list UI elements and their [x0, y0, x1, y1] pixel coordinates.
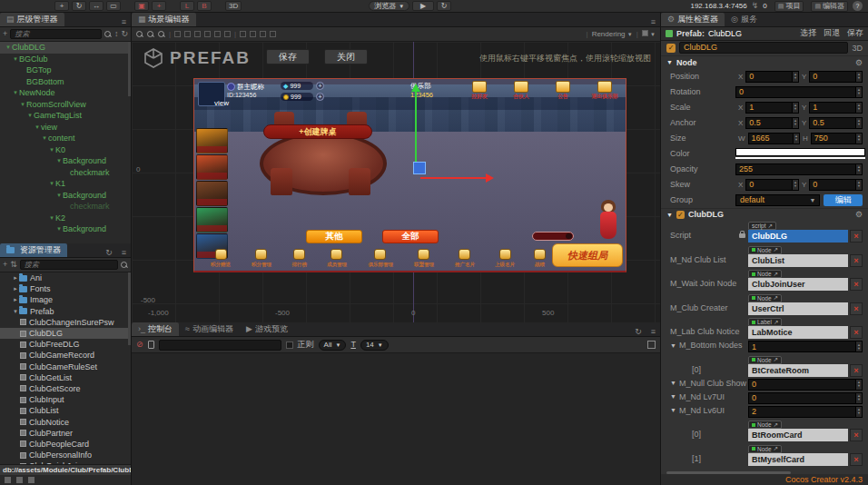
reference-field[interactable]: ClubDLG — [748, 230, 848, 242]
asset-item[interactable]: ClubGameRecord — [0, 350, 131, 361]
local-gizmo-button[interactable]: L — [180, 1, 194, 11]
asset-item[interactable]: ClubGetList — [0, 372, 131, 383]
tree-expand-arrow[interactable]: ▾ — [12, 55, 19, 63]
asset-item[interactable]: ClubPartner — [0, 428, 131, 439]
remove-reference-button[interactable]: × — [850, 326, 863, 339]
stepper[interactable]: ▲▼ — [855, 118, 862, 128]
reference-field[interactable]: BtRoomCard — [748, 429, 848, 441]
collapse-arrow[interactable]: ▼ — [670, 342, 676, 349]
assets-scrollbar[interactable] — [128, 272, 131, 345]
tab-animation-editor[interactable]: ≈ 动画编辑器 — [179, 322, 240, 336]
stepper[interactable]: ▲▼ — [855, 72, 862, 82]
tab-services[interactable]: ◎ 服务 — [725, 13, 764, 26]
tree-expand-arrow[interactable]: ▾ — [55, 157, 63, 164]
hierarchy-node[interactable]: ▾view — [0, 122, 131, 134]
node-active-checkbox[interactable]: ✓ — [666, 44, 676, 53]
asset-item[interactable]: ▸Fonts — [0, 283, 131, 294]
asset-footer-icon[interactable] — [28, 477, 35, 483]
component-section-header[interactable]: ▼ ✓ ClubDLG ⚙ — [661, 208, 868, 222]
create-asset-button[interactable]: + — [3, 261, 7, 269]
zoom-out-icon[interactable] — [147, 31, 154, 38]
stepper[interactable]: ▲▼ — [855, 380, 862, 390]
node-name-input[interactable]: ClubDLG — [679, 42, 848, 54]
stepper[interactable]: ▲▼ — [792, 180, 798, 190]
rotate-tool-button[interactable]: ↻ — [72, 1, 86, 11]
remove-reference-button[interactable]: × — [850, 364, 863, 377]
hierarchy-node[interactable]: ▾K1 — [0, 178, 131, 190]
number-input[interactable]: 0▲▼ — [809, 179, 863, 191]
hierarchy-node[interactable]: ▾Background — [0, 190, 131, 202]
rendering-dropdown[interactable]: Rendering ▼ — [592, 30, 633, 38]
asset-item[interactable]: ClubNotice — [0, 416, 131, 427]
play-button[interactable]: ▶ — [412, 1, 434, 11]
stepper[interactable]: ▲▼ — [855, 180, 862, 190]
component-enabled-checkbox[interactable]: ✓ — [676, 211, 685, 219]
stepper[interactable]: ▲▼ — [855, 134, 862, 144]
node-section-header[interactable]: ▼ Node ⚙ — [661, 55, 868, 69]
3d-mode-button[interactable]: 3D — [225, 1, 242, 11]
console-menu-icon[interactable]: ≡ — [646, 327, 660, 336]
tree-expand-arrow[interactable]: ▸ — [12, 296, 19, 303]
align-top-icon[interactable] — [204, 31, 211, 37]
refresh-button[interactable]: ↻ — [437, 1, 451, 11]
stretch-h-icon[interactable] — [260, 31, 266, 37]
align-bottom-icon[interactable] — [224, 31, 231, 37]
array-size-input[interactable]: 2▲▼ — [748, 406, 863, 418]
hierarchy-node[interactable]: BGTop — [0, 64, 131, 76]
stretch-v-icon[interactable] — [270, 31, 276, 37]
stepper[interactable]: ▲▼ — [792, 103, 798, 113]
tab-properties[interactable]: ⚙ 属性检查器 — [661, 13, 725, 26]
hierarchy-node[interactable]: BGBottom — [0, 76, 131, 88]
log-file-icon[interactable] — [148, 341, 154, 349]
hierarchy-node[interactable]: ▾Background — [0, 223, 131, 235]
tab-scene-editor[interactable]: ▦ 场景编辑器 — [132, 13, 196, 26]
gear-icon[interactable]: ⚙ — [855, 58, 863, 67]
stepper[interactable]: ▲▼ — [855, 103, 862, 113]
prefab-close-button[interactable]: 关闭 — [324, 49, 368, 64]
tree-expand-arrow[interactable]: ▾ — [48, 214, 55, 222]
number-input[interactable]: 0.5▲▼ — [809, 117, 863, 129]
collapse-arrow[interactable]: ▼ — [670, 407, 676, 413]
assets-refresh-icon[interactable]: ↻ — [101, 248, 117, 257]
stepper[interactable]: ▲▼ — [855, 341, 862, 351]
number-input[interactable]: 1▲▼ — [745, 102, 799, 114]
tree-expand-arrow[interactable]: ▾ — [12, 308, 19, 315]
number-input[interactable]: 0▲▼ — [745, 71, 799, 83]
gizmo-y-arrow[interactable] — [415, 86, 417, 173]
asset-item[interactable]: ▸Image — [0, 294, 131, 305]
help-button[interactable]: ? — [853, 1, 863, 11]
log-level-dropdown[interactable]: All▼ — [319, 340, 347, 351]
group-dropdown[interactable]: default▼ — [735, 194, 820, 206]
tree-expand-arrow[interactable]: ▾ — [48, 180, 55, 187]
hierarchy-node[interactable]: ▾K0 — [0, 144, 131, 156]
asset-item[interactable]: ClubGameRuleSet — [0, 361, 131, 372]
tree-expand-arrow[interactable]: ▾ — [26, 112, 34, 119]
tree-expand-arrow[interactable]: ▾ — [34, 124, 41, 131]
tree-expand-arrow[interactable]: ▾ — [55, 192, 63, 199]
pivot-toggle-button[interactable]: ▣ — [134, 1, 149, 11]
zoom-reset-icon[interactable] — [158, 31, 165, 38]
tree-expand-arrow[interactable]: ▾ — [48, 146, 55, 153]
hierarchy-scrollbar[interactable] — [128, 42, 131, 96]
asset-footer-icon[interactable] — [16, 477, 23, 483]
font-size-dropdown[interactable]: 14▼ — [360, 340, 389, 351]
expand-all-icon[interactable]: ↕ — [114, 30, 119, 38]
tree-expand-arrow[interactable]: ▸ — [12, 274, 19, 282]
hierarchy-node[interactable]: ▾K2 — [0, 213, 131, 224]
remove-reference-button[interactable]: × — [850, 278, 863, 291]
tab-hierarchy[interactable]: ▤ 层级管理器 — [0, 13, 64, 26]
array-size-input[interactable]: 0▲▼ — [748, 379, 863, 391]
bounds-gizmo-button[interactable]: B — [197, 1, 212, 11]
reference-field[interactable]: BtCreateRoom — [748, 364, 848, 377]
sort-icon[interactable]: ⇅ — [10, 261, 17, 269]
reference-field[interactable]: LabMotice — [748, 326, 848, 339]
stepper[interactable]: ▲▼ — [855, 407, 862, 417]
asset-item[interactable]: ▾Prefab — [0, 306, 131, 317]
tree-expand-arrow[interactable]: ▾ — [12, 89, 19, 96]
console-refresh-icon[interactable]: ↻ — [630, 327, 646, 336]
asset-item[interactable]: ClubInput — [0, 394, 131, 405]
align-middle-icon[interactable] — [214, 31, 221, 37]
compile-editor-button[interactable]: ▤ 编辑器 — [811, 1, 848, 12]
rect-tool-button[interactable]: ▭ — [106, 1, 121, 11]
tab-game-preview[interactable]: ▶ 游戏预览 — [240, 322, 294, 336]
